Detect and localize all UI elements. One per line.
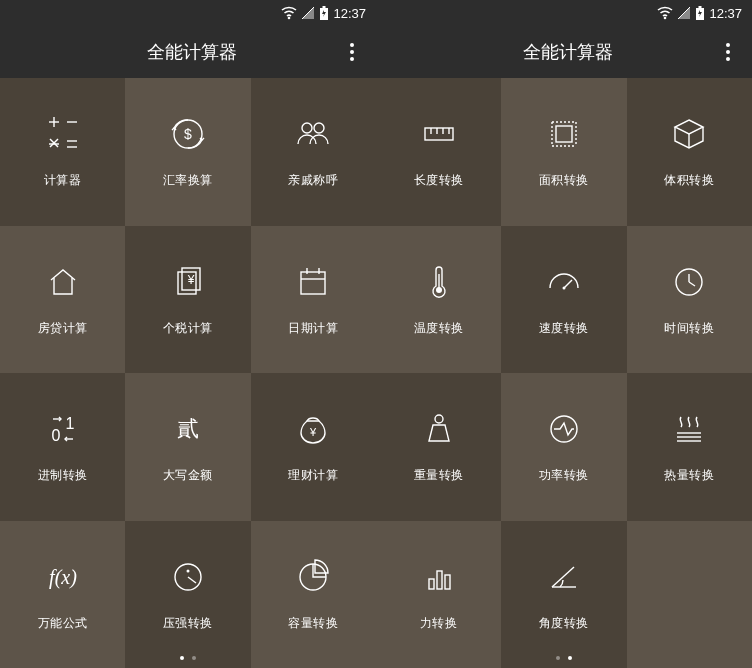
cube-icon: [669, 114, 709, 154]
page-dot: [192, 656, 196, 660]
tile-label: 个税计算: [163, 320, 213, 337]
tile-pressure[interactable]: 压强转换: [125, 521, 250, 669]
tile-label: 速度转换: [539, 320, 589, 337]
radix-icon: [43, 409, 83, 449]
weight-icon: [419, 409, 459, 449]
tile-label: 面积转换: [539, 172, 589, 189]
tile-mortgage[interactable]: 房贷计算: [0, 226, 125, 374]
status-bar: 12:37: [0, 0, 376, 26]
page-indicator: [0, 656, 376, 660]
phone-screen-1: 12:37 全能计算器 计算器汇率换算亲戚称呼房贷计算个税计算日期计算进制转换大…: [0, 0, 376, 668]
status-bar: 12:37: [376, 0, 752, 26]
svg-point-60: [350, 43, 354, 47]
svg-point-62: [350, 57, 354, 61]
phone-screen-2: 12:37 全能计算器 长度转换面积转换体积转换温度转换速度转换时间转换重量转换…: [376, 0, 752, 668]
tile-label: 理财计算: [288, 467, 338, 484]
tile-grid: 计算器汇率换算亲戚称呼房贷计算个税计算日期计算进制转换大写金额理财计算万能公式压…: [0, 78, 376, 668]
tile-formula[interactable]: 万能公式: [0, 521, 125, 669]
app-bar: 全能计算器: [0, 26, 376, 78]
svg-rect-65: [699, 6, 702, 8]
pie-icon: [293, 557, 333, 597]
tile-label: 压强转换: [163, 615, 213, 632]
tile-date[interactable]: 日期计算: [251, 226, 376, 374]
tile-label: 日期计算: [288, 320, 338, 337]
more-vert-icon: [350, 43, 354, 61]
capital-icon: [168, 409, 208, 449]
tile-finance[interactable]: 理财计算: [251, 373, 376, 521]
signal-icon: [677, 6, 691, 20]
tile-volume[interactable]: 体积转换: [627, 78, 752, 226]
tile-label: 进制转换: [38, 467, 88, 484]
svg-rect-59: [323, 6, 326, 8]
svg-point-57: [288, 17, 291, 20]
tile-label: 功率转换: [539, 467, 589, 484]
tile-heat[interactable]: 热量转换: [627, 373, 752, 521]
tile-angle[interactable]: 角度转换: [501, 521, 626, 669]
overflow-menu-button[interactable]: [336, 36, 368, 68]
battery-icon: [319, 6, 329, 21]
tile-label: 万能公式: [38, 615, 88, 632]
currency-icon: [168, 114, 208, 154]
people-icon: [293, 114, 333, 154]
tile-label: 亲戚称呼: [288, 172, 338, 189]
clock-icon: [669, 262, 709, 302]
app-title: 全能计算器: [424, 40, 712, 64]
tile-capital[interactable]: 大写金额: [125, 373, 250, 521]
app-title: 全能计算器: [48, 40, 336, 64]
tile-currency[interactable]: 汇率换算: [125, 78, 250, 226]
svg-point-63: [664, 17, 667, 20]
tile-label: 容量转换: [288, 615, 338, 632]
svg-point-68: [726, 57, 730, 61]
angle-icon: [544, 557, 584, 597]
tile-tax[interactable]: 个税计算: [125, 226, 250, 374]
tile-label: 温度转换: [414, 320, 464, 337]
tile-label: 热量转换: [664, 467, 714, 484]
tile-force[interactable]: 力转换: [376, 521, 501, 669]
calendar-icon: [293, 262, 333, 302]
wifi-icon: [281, 6, 297, 20]
tile-length[interactable]: 长度转换: [376, 78, 501, 226]
overflow-menu-button[interactable]: [712, 36, 744, 68]
status-time: 12:37: [333, 6, 366, 21]
tile-label: 体积转换: [664, 172, 714, 189]
calc-icon: [43, 114, 83, 154]
house-icon: [43, 262, 83, 302]
tile-radix[interactable]: 进制转换: [0, 373, 125, 521]
tile-label: 汇率换算: [163, 172, 213, 189]
moneybag-icon: [293, 409, 333, 449]
speed-icon: [544, 262, 584, 302]
tile-power[interactable]: 功率转换: [501, 373, 626, 521]
heat-icon: [669, 409, 709, 449]
gauge-icon: [168, 557, 208, 597]
page-dot: [180, 656, 184, 660]
tile-area[interactable]: 面积转换: [501, 78, 626, 226]
page-dot: [556, 656, 560, 660]
ruler-icon: [419, 114, 459, 154]
area-icon: [544, 114, 584, 154]
tile-_blank: [627, 521, 752, 669]
tile-volume-cap[interactable]: 容量转换: [251, 521, 376, 669]
tile-speed[interactable]: 速度转换: [501, 226, 626, 374]
more-vert-icon: [726, 43, 730, 61]
status-time: 12:37: [709, 6, 742, 21]
tile-calculator[interactable]: 计算器: [0, 78, 125, 226]
tile-weight[interactable]: 重量转换: [376, 373, 501, 521]
page-dot: [568, 656, 572, 660]
tile-kinship[interactable]: 亲戚称呼: [251, 78, 376, 226]
svg-point-61: [350, 50, 354, 54]
tile-temp[interactable]: 温度转换: [376, 226, 501, 374]
tile-label: 角度转换: [539, 615, 589, 632]
fx-icon: [43, 557, 83, 597]
svg-point-67: [726, 50, 730, 54]
tile-label: 计算器: [44, 172, 82, 189]
tile-label: 长度转换: [414, 172, 464, 189]
signal-icon: [301, 6, 315, 20]
tile-label: 重量转换: [414, 467, 464, 484]
power-icon: [544, 409, 584, 449]
tile-label: 时间转换: [664, 320, 714, 337]
wifi-icon: [657, 6, 673, 20]
page-indicator: [376, 656, 752, 660]
tile-time[interactable]: 时间转换: [627, 226, 752, 374]
battery-icon: [695, 6, 705, 21]
svg-point-66: [726, 43, 730, 47]
